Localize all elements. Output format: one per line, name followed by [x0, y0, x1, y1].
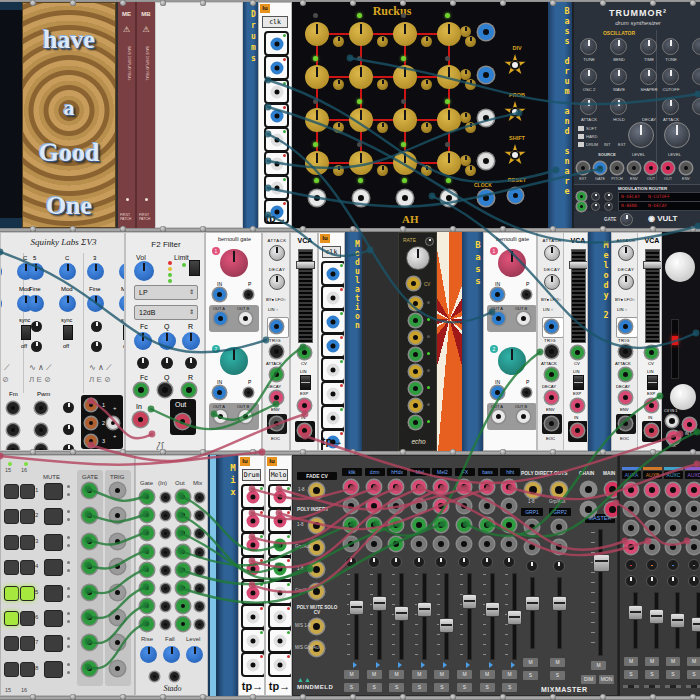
router-knob2[interactable] — [604, 192, 613, 201]
channel-mute-button[interactable]: M — [389, 670, 404, 679]
stado-mix-port[interactable] — [195, 620, 204, 629]
echo-port[interactable] — [409, 348, 422, 361]
channel-pan-knob[interactable] — [458, 556, 470, 568]
lu-port[interactable] — [321, 357, 346, 382]
ev3-octave-knob[interactable] — [87, 263, 104, 280]
ruckus-small-knob[interactable] — [465, 122, 476, 133]
lu-port[interactable] — [241, 484, 266, 509]
ruckus-small-knob[interactable] — [377, 36, 388, 47]
lu-port[interactable] — [241, 652, 266, 677]
trummor-right-knob[interactable] — [662, 38, 679, 55]
aux-solo-button[interactable]: S — [687, 670, 700, 679]
vca-in-port[interactable] — [298, 399, 311, 412]
f2-in-port[interactable] — [133, 412, 148, 427]
channel-solo-button[interactable]: S — [367, 683, 382, 692]
fall-knob[interactable] — [163, 646, 180, 663]
aux-fader-handle[interactable] — [649, 609, 664, 624]
lu-port[interactable] — [321, 381, 346, 406]
direct-18-port[interactable] — [525, 482, 541, 498]
ev3-out-port-1[interactable] — [85, 399, 97, 411]
channel-r-port[interactable] — [412, 499, 426, 513]
trummor-right-knob[interactable] — [662, 68, 679, 85]
mode-toggle[interactable] — [578, 142, 584, 147]
stado-out-port[interactable] — [176, 581, 190, 595]
seq-gate-port[interactable] — [82, 483, 97, 498]
mode-toggle[interactable] — [578, 126, 584, 131]
trummor-knob[interactable] — [610, 38, 627, 55]
ev3-small-knob[interactable] — [31, 341, 42, 352]
channel-l-port[interactable] — [389, 480, 403, 494]
aux-port[interactable] — [687, 540, 700, 554]
ruckus-knob[interactable] — [437, 22, 461, 46]
channel-vol-cv-port[interactable] — [367, 518, 381, 532]
vca-cv-port[interactable] — [298, 346, 311, 359]
stado-in-port[interactable] — [161, 548, 170, 557]
group-fader-handle[interactable] — [525, 596, 540, 611]
ev3-pwm-port[interactable] — [35, 424, 47, 436]
vca-cv-port[interactable] — [571, 346, 584, 359]
channel-mute-button[interactable]: M — [412, 670, 427, 679]
clock-port[interactable] — [478, 190, 494, 206]
ev3-pwm-port[interactable] — [35, 402, 47, 414]
channel-fader-handle[interactable] — [394, 606, 409, 621]
col-out-port[interactable] — [309, 190, 325, 206]
vca-cv-port[interactable] — [645, 346, 658, 359]
trummor-right-out-port[interactable] — [662, 162, 674, 174]
lu-port[interactable] — [321, 405, 346, 430]
gate-knob[interactable] — [620, 213, 633, 226]
env-env-port[interactable] — [270, 391, 283, 404]
channel-mute-button[interactable]: M — [367, 670, 382, 679]
env-decay-port[interactable] — [545, 368, 558, 381]
trummor-env-port[interactable] — [628, 162, 640, 174]
echo-port[interactable] — [409, 297, 422, 310]
aux-knob2[interactable] — [625, 575, 637, 587]
group-fader-track[interactable] — [531, 578, 534, 648]
channel-fader-track[interactable] — [355, 574, 358, 659]
stado-mix-port[interactable] — [195, 602, 204, 611]
f2-fc-trim[interactable] — [137, 357, 149, 369]
lu-port[interactable] — [241, 532, 266, 557]
aux-fader-handle[interactable] — [691, 617, 700, 632]
f2-select-2[interactable]: 12dB⇕ — [134, 305, 198, 320]
bernoulli-knob[interactable] — [498, 249, 526, 277]
stado-mix-port[interactable] — [195, 548, 204, 557]
channel-l-port[interactable] — [412, 480, 426, 494]
channel-pan-cv-port[interactable] — [434, 537, 448, 551]
aux-port[interactable] — [645, 502, 659, 516]
trummor-knob[interactable] — [640, 38, 657, 55]
group-fader-handle[interactable] — [552, 596, 567, 611]
stado-gate-port[interactable] — [140, 581, 154, 595]
aux-port[interactable] — [624, 502, 638, 516]
seq-trig-port[interactable] — [110, 661, 125, 676]
seq-gate-port[interactable] — [82, 610, 97, 625]
channel-vol-cv-port[interactable] — [502, 518, 516, 532]
channel-pan-cv-port[interactable] — [344, 537, 358, 551]
level-knob[interactable] — [186, 646, 203, 663]
channel-pan-cv-port[interactable] — [389, 537, 403, 551]
rate-small-knob[interactable] — [425, 237, 434, 246]
stado-gate-port[interactable] — [140, 526, 154, 540]
trummor-right-knob-cut[interactable] — [692, 38, 700, 55]
aux-port[interactable] — [687, 521, 700, 535]
lu-port[interactable] — [264, 151, 289, 176]
channel-pan-knob[interactable] — [503, 556, 515, 568]
channel-r-port[interactable] — [457, 499, 471, 513]
lu-port[interactable] — [264, 127, 289, 152]
aux-pan-knob[interactable] — [688, 559, 700, 571]
env-trig-port[interactable] — [619, 320, 632, 333]
bernoulli-p-port[interactable] — [244, 290, 253, 299]
ev3-sync-toggle[interactable] — [63, 325, 73, 340]
aux-port[interactable] — [150, 672, 159, 681]
trummor-knob[interactable] — [640, 68, 657, 85]
env-env-port[interactable] — [545, 391, 558, 404]
channel-fader-handle[interactable] — [485, 602, 500, 617]
mode-toggle[interactable] — [578, 134, 584, 139]
ev3-octave-knob[interactable] — [0, 263, 2, 280]
cv-in-1-port[interactable] — [666, 415, 678, 427]
f2-r-knob[interactable] — [182, 332, 200, 350]
trummor-knob[interactable] — [610, 68, 627, 85]
channel-r-port[interactable] — [389, 499, 403, 513]
channel-r-port[interactable] — [344, 499, 358, 513]
env-eoc-port[interactable] — [270, 417, 283, 430]
trummor-right-knob-cut[interactable] — [692, 98, 700, 115]
